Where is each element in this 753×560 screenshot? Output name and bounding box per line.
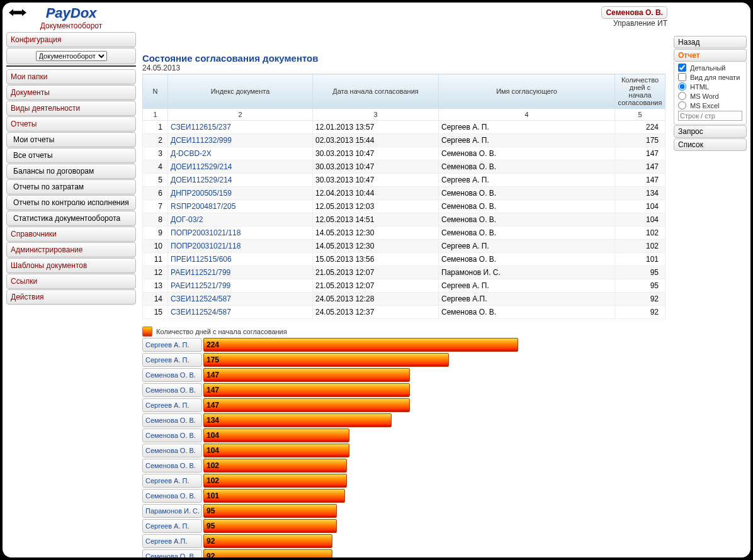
cell-approver: Сергеев А. П.	[439, 240, 615, 253]
nav-item-2[interactable]: Виды деятельности	[6, 101, 136, 116]
bar-label: Семенова О. В.	[142, 489, 202, 503]
main-content: Семенова О. В. Управление ИТ Состояние с…	[140, 3, 670, 557]
print-icon[interactable]	[9, 6, 26, 21]
bar-label: Сергеев А. П.	[142, 474, 202, 488]
nav-item-0[interactable]: Мои папки	[6, 69, 136, 84]
query-button[interactable]: Запрос	[674, 125, 747, 138]
cell-approver: Сергеев А. П.	[439, 134, 615, 147]
doc-index-link[interactable]: СЗЕИ112524/587	[171, 308, 231, 316]
table-row: 10ПОПР20031021/11814.05.2013 12:30Сергее…	[143, 240, 665, 253]
colnum-4: 4	[439, 109, 615, 121]
config-select[interactable]: Документооборот	[36, 51, 107, 61]
nav-item-8[interactable]: Отчеты по контролю исполнения	[6, 195, 136, 210]
nav-item-13[interactable]: Ссылки	[6, 274, 136, 289]
doc-index-link[interactable]: СЗЕИ112524/587	[171, 294, 231, 303]
report-panel-header[interactable]: Отчет	[674, 49, 747, 62]
format-excel-label: MS Excel	[690, 102, 719, 109]
doc-index-link[interactable]: ПОПР20031021/118	[171, 242, 241, 250]
doc-index-link[interactable]: ДСЕИ111232/999	[171, 136, 232, 145]
format-html-radio[interactable]	[678, 82, 686, 91]
doc-index-link[interactable]: ДОЕИ112529/214	[171, 162, 232, 171]
col-start-header: Дата начала согласования	[313, 74, 439, 109]
cell-days: 134	[615, 187, 665, 200]
table-row: 6ДНПР200505/15912.04.2013 10:44Семенова …	[143, 187, 665, 200]
list-button[interactable]: Список	[674, 138, 747, 151]
bar-fill: 101	[203, 489, 345, 503]
bar-label: Семенова О. В.	[142, 444, 202, 457]
printview-checkbox[interactable]	[678, 73, 686, 81]
nav-item-11[interactable]: Администрирование	[6, 242, 136, 257]
cell-days: 147	[615, 160, 665, 174]
colnum-2: 2	[168, 109, 313, 121]
doc-index-link[interactable]: RSПР2004817/205	[171, 202, 235, 211]
configuration-button[interactable]: Конфигурация	[6, 32, 136, 47]
doc-index-link[interactable]: ДОГ-03/2	[171, 215, 203, 224]
table-row: 15СЗЕИ112524/58724.05.2013 12:37Семенова…	[143, 306, 665, 319]
nav-item-7[interactable]: Отчеты по затратам	[6, 179, 136, 194]
rows-per-page-input[interactable]	[678, 111, 742, 121]
nav-item-10[interactable]: Справочники	[6, 227, 136, 242]
cell-approver: Семенова О. В.	[439, 147, 615, 160]
bar-row: Семенова О. В.104	[142, 428, 667, 442]
user-name: Семенова О. В.	[606, 8, 663, 17]
bar-label: Сергеев А. П.	[142, 338, 202, 352]
format-word-radio[interactable]	[678, 92, 686, 100]
table-row: 2ДСЕИ111232/99902.03.2013 15:44Сергеев А…	[143, 134, 665, 147]
bar-label: Парамонов И. С.	[142, 504, 202, 518]
cell-days: 104	[615, 213, 665, 227]
bar-row: Сергеев А. П.147	[142, 398, 667, 412]
doc-index-link[interactable]: Д-DCBD-2X	[171, 149, 212, 158]
nav-item-14[interactable]: Действия	[6, 289, 136, 305]
cell-approver: Семенова О. В.	[439, 306, 615, 319]
cell-date: 02.03.2013 15:44	[313, 134, 439, 147]
doc-index-link[interactable]: ПОПР20031021/118	[171, 228, 241, 237]
back-button[interactable]: Назад	[674, 36, 747, 48]
doc-index-link[interactable]: ПРЕИ112515/606	[171, 255, 232, 264]
bar-row: Семенова О. В.147	[142, 368, 667, 382]
bar-fill: 95	[203, 519, 337, 533]
nav-item-6[interactable]: Балансы по договорам	[6, 164, 136, 179]
bar-row: Семенова О. В.102	[142, 459, 667, 473]
legend-label: Количество дней с начала согласования	[156, 328, 287, 335]
sidebar-right: Назад Отчет Детальный Вид для печати HTM…	[670, 3, 750, 557]
nav-item-3[interactable]: Отчеты	[6, 116, 136, 132]
cell-approver: Парамонов И. С.	[439, 266, 615, 279]
doc-index-link[interactable]: РАЕИ112521/799	[171, 268, 230, 277]
doc-index-link[interactable]: ДНПР200505/159	[171, 189, 232, 198]
cell-n: 1	[143, 121, 168, 134]
cell-days: 101	[615, 253, 665, 266]
bar-fill: 102	[203, 474, 347, 488]
nav-item-4[interactable]: Мои отчеты	[6, 132, 136, 147]
cell-n: 12	[143, 266, 168, 279]
cell-date: 12.05.2013 12:03	[313, 200, 439, 213]
format-excel-radio[interactable]	[678, 101, 686, 109]
cell-days: 102	[615, 240, 665, 253]
chart-legend: Количество дней с начала согласования	[142, 327, 667, 337]
bar-fill: 92	[203, 534, 332, 548]
bar-row: Семенова О. В.134	[142, 413, 667, 427]
cell-date: 12.01.2013 13:57	[313, 121, 439, 134]
doc-index-link[interactable]: РАЕИ112521/799	[171, 281, 230, 290]
nav-item-5[interactable]: Все отчеты	[6, 148, 136, 163]
bar-label: Сергеев А.П.	[142, 534, 202, 548]
cell-days: 102	[615, 227, 665, 240]
cell-n: 7	[143, 200, 168, 213]
nav-item-9[interactable]: Статистика документооборота	[6, 211, 136, 226]
legend-swatch-icon	[142, 327, 152, 337]
cell-date: 12.05.2013 14:51	[313, 213, 439, 227]
cell-date: 14.05.2013 12:30	[313, 240, 439, 253]
bar-label: Семенова О. В.	[142, 459, 202, 473]
doc-index-link[interactable]: ДОЕИ112529/214	[171, 176, 232, 184]
bar-label: Семенова О. В.	[142, 413, 202, 427]
detailed-checkbox[interactable]	[678, 64, 686, 72]
nav-item-1[interactable]: Документы	[6, 85, 136, 100]
bar-label: Семенова О. В.	[142, 383, 202, 397]
cell-days: 147	[615, 147, 665, 160]
colnum-3: 3	[313, 109, 439, 121]
nav-item-12[interactable]: Шаблоны документов	[6, 258, 136, 273]
bar-row: Сергеев А.П.92	[142, 534, 667, 548]
format-html-label: HTML	[690, 83, 709, 91]
approval-table: N Индекс документа Дата начала согласова…	[142, 74, 665, 319]
doc-index-link[interactable]: СЗЕИ112615/237	[171, 123, 231, 132]
cell-n: 5	[143, 174, 168, 187]
